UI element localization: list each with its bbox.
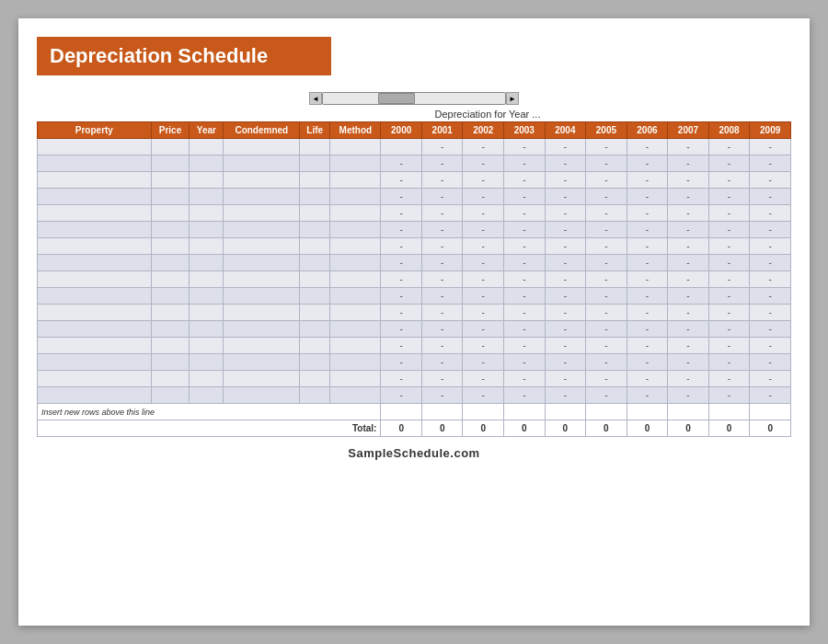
cell-value[interactable]: - [504,321,546,338]
cell-value[interactable]: - [504,255,546,271]
cell-value[interactable]: - [545,205,586,222]
cell-property[interactable] [38,172,152,189]
cell-value[interactable]: - [421,139,463,155]
cell-value[interactable]: - [421,189,463,205]
cell-value[interactable]: - [586,222,627,238]
cell-value[interactable]: - [627,255,668,271]
cell-value[interactable] [151,387,189,404]
cell-property[interactable] [38,222,152,238]
cell-value[interactable]: - [627,321,668,338]
cell-value[interactable]: - [381,338,422,354]
cell-property[interactable] [38,189,152,205]
cell-value[interactable]: - [463,338,504,354]
cell-value[interactable]: - [381,305,422,321]
cell-value[interactable] [330,321,381,338]
cell-value[interactable]: - [708,288,750,305]
cell-value[interactable]: - [421,255,463,271]
cell-value[interactable] [190,271,224,288]
cell-value[interactable] [190,189,224,205]
cell-value[interactable] [330,155,381,172]
cell-value[interactable] [300,271,330,288]
cell-value[interactable] [224,189,300,205]
cell-value[interactable]: - [668,271,709,288]
cell-value[interactable]: - [421,155,463,172]
cell-value[interactable]: - [750,238,791,255]
table-row[interactable]: ---------- [38,371,791,387]
cell-value[interactable]: - [668,387,709,404]
cell-value[interactable] [330,172,381,189]
cell-value[interactable]: - [421,371,463,387]
cell-value[interactable]: - [381,189,422,205]
cell-value[interactable]: - [545,255,586,271]
cell-value[interactable]: - [421,288,463,305]
cell-value[interactable] [151,321,189,338]
cell-value[interactable] [151,139,189,155]
cell-value[interactable]: - [668,155,709,172]
cell-value[interactable]: - [463,288,504,305]
table-row[interactable]: ---------- [38,288,791,305]
cell-value[interactable] [300,321,330,338]
cell-value[interactable] [190,321,224,338]
cell-value[interactable] [300,205,330,222]
cell-value[interactable]: - [708,305,750,321]
cell-value[interactable]: - [381,371,422,387]
cell-value[interactable]: - [421,305,463,321]
cell-value[interactable]: - [463,255,504,271]
cell-value[interactable] [224,321,300,338]
cell-value[interactable]: - [463,371,504,387]
cell-value[interactable]: - [586,155,627,172]
cell-value[interactable]: - [586,172,627,189]
cell-value[interactable] [190,354,224,371]
cell-value[interactable]: - [750,371,791,387]
cell-value[interactable]: - [504,205,546,222]
cell-value[interactable]: - [586,338,627,354]
cell-value[interactable]: - [504,305,546,321]
cell-property[interactable] [38,338,152,354]
cell-value[interactable]: - [627,338,668,354]
cell-value[interactable]: - [586,321,627,338]
cell-value[interactable] [190,288,224,305]
cell-value[interactable] [330,271,381,288]
cell-value[interactable]: - [463,354,504,371]
cell-value[interactable] [151,222,189,238]
cell-value[interactable]: - [708,205,750,222]
cell-value[interactable]: - [381,238,422,255]
cell-value[interactable] [224,354,300,371]
cell-value[interactable] [224,155,300,172]
cell-property[interactable] [38,305,152,321]
cell-value[interactable] [151,338,189,354]
cell-value[interactable] [224,371,300,387]
cell-value[interactable] [224,271,300,288]
cell-value[interactable] [190,238,224,255]
cell-property[interactable] [38,139,152,155]
cell-value[interactable]: - [504,155,546,172]
cell-value[interactable]: - [627,189,668,205]
cell-value[interactable] [224,387,300,404]
cell-value[interactable]: - [504,354,546,371]
cell-value[interactable]: - [586,139,627,155]
cell-value[interactable]: - [381,321,422,338]
cell-value[interactable] [224,338,300,354]
table-row[interactable]: ---------- [38,172,791,189]
cell-value[interactable]: - [708,371,750,387]
cell-value[interactable]: - [627,271,668,288]
cell-value[interactable] [190,305,224,321]
cell-value[interactable]: - [504,238,546,255]
cell-value[interactable]: - [463,155,504,172]
cell-value[interactable]: - [708,139,750,155]
cell-value[interactable] [330,338,381,354]
table-row[interactable]: ---------- [38,205,791,222]
cell-value[interactable]: - [463,387,504,404]
cell-value[interactable]: - [668,189,709,205]
cell-value[interactable] [330,238,381,255]
cell-value[interactable]: - [504,222,546,238]
cell-value[interactable] [151,255,189,271]
cell-value[interactable]: - [545,387,586,404]
cell-value[interactable]: - [627,288,668,305]
cell-value[interactable]: - [421,172,463,189]
cell-value[interactable]: - [750,205,791,222]
cell-value[interactable]: - [668,338,709,354]
cell-value[interactable] [330,189,381,205]
cell-value[interactable]: - [750,189,791,205]
cell-value[interactable]: - [708,271,750,288]
